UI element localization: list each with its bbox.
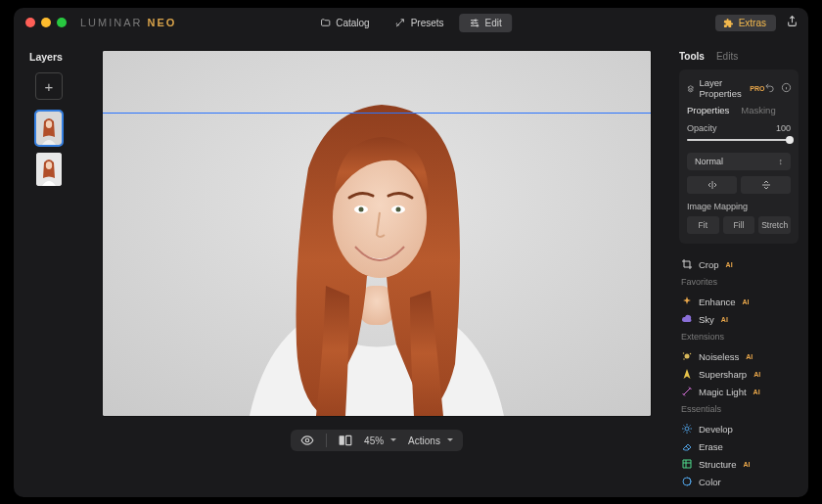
layers-icon xyxy=(687,83,694,94)
undo-icon xyxy=(764,82,775,93)
flip-v-icon xyxy=(761,179,771,191)
cloud-icon xyxy=(681,313,693,325)
svg-point-5 xyxy=(46,120,52,128)
app-window: LUMINAR NEO Catalog Presets Edit Extras xyxy=(14,8,808,497)
share-button[interactable] xyxy=(786,14,799,31)
visibility-toggle[interactable] xyxy=(300,434,314,447)
svg-point-15 xyxy=(396,207,401,212)
tab-edits[interactable]: Edits xyxy=(716,51,738,62)
structure-icon xyxy=(681,458,693,470)
eye-icon xyxy=(300,434,314,447)
divider xyxy=(326,434,327,447)
svg-point-20 xyxy=(685,354,690,359)
canvas-toolbar: 45% Actions xyxy=(291,430,463,451)
presets-tab[interactable]: Presets xyxy=(386,14,454,32)
close-window-button[interactable] xyxy=(25,18,35,27)
opacity-label: Opacity xyxy=(687,123,717,133)
tool-magic-light[interactable]: Magic LightAI xyxy=(679,383,799,400)
flip-horizontal-button[interactable] xyxy=(687,176,737,194)
svg-point-0 xyxy=(476,19,478,21)
layer-subtabs: Properties Masking xyxy=(687,105,791,115)
erase-icon xyxy=(681,440,693,452)
flip-vertical-button[interactable] xyxy=(741,176,791,194)
svg-point-1 xyxy=(473,22,475,23)
center-area: 45% Actions xyxy=(84,37,669,497)
color-icon xyxy=(681,476,693,487)
tools-panel: Tools Edits Layer Properties PRO xyxy=(669,37,808,497)
svg-point-23 xyxy=(683,358,685,360)
reset-button[interactable] xyxy=(764,82,775,95)
tool-noiseless[interactable]: NoiselessAI xyxy=(679,347,799,365)
extras-button[interactable]: Extras xyxy=(715,15,776,31)
wand-icon xyxy=(395,18,406,28)
presets-tab-label: Presets xyxy=(411,18,444,28)
tab-tools[interactable]: Tools xyxy=(679,51,705,62)
catalog-tab-label: Catalog xyxy=(336,18,369,28)
subtab-properties[interactable]: Properties xyxy=(687,105,729,115)
add-layer-button[interactable]: + xyxy=(35,72,63,100)
svg-point-8 xyxy=(46,161,52,169)
layers-heading: Layers xyxy=(29,51,63,63)
puzzle-icon xyxy=(723,18,734,28)
tool-erase[interactable]: Erase xyxy=(679,437,799,455)
svg-point-13 xyxy=(359,207,364,212)
supersharp-icon xyxy=(681,368,693,380)
right-panel-tabs: Tools Edits xyxy=(679,51,799,62)
blend-mode-value: Normal xyxy=(695,157,723,166)
layers-panel: Layers + xyxy=(14,37,84,497)
actions-label: Actions xyxy=(408,435,440,446)
svg-point-16 xyxy=(305,438,309,442)
flip-h-icon xyxy=(707,180,718,190)
zoom-value: 45% xyxy=(364,435,384,446)
opacity-value: 100 xyxy=(776,123,791,133)
image-canvas[interactable] xyxy=(103,51,651,416)
tool-develop[interactable]: Develop xyxy=(679,420,799,437)
develop-icon xyxy=(681,423,693,435)
layer-thumb-1[interactable] xyxy=(36,112,62,145)
horizontal-guide[interactable] xyxy=(103,113,651,114)
blend-mode-select[interactable]: Normal xyxy=(687,153,791,170)
info-icon xyxy=(781,82,792,93)
svg-point-24 xyxy=(685,427,689,431)
layer-properties-panel: Layer Properties PRO Properties Masking … xyxy=(679,69,799,244)
minimize-window-button[interactable] xyxy=(41,18,51,27)
titlebar: LUMINAR NEO Catalog Presets Edit Extras xyxy=(14,8,808,37)
share-icon xyxy=(786,15,799,27)
noiseless-icon xyxy=(681,350,693,362)
section-favorites: Favorites xyxy=(681,277,799,287)
sparkle-icon xyxy=(681,296,693,307)
layer-thumb-2[interactable] xyxy=(36,153,62,186)
edit-tab[interactable]: Edit xyxy=(460,14,512,32)
edit-tab-label: Edit xyxy=(485,18,502,28)
folder-icon xyxy=(320,18,331,28)
compare-toggle[interactable] xyxy=(339,435,352,446)
subtab-masking[interactable]: Masking xyxy=(741,105,775,115)
tool-color[interactable]: Color xyxy=(679,473,799,490)
info-button[interactable] xyxy=(781,82,792,95)
panel-title: Layer Properties PRO xyxy=(687,77,764,99)
tool-crop[interactable]: CropAI xyxy=(679,255,799,273)
magic-light-icon xyxy=(681,386,693,397)
mapping-fill-button[interactable]: Fill xyxy=(723,216,755,234)
tool-supersharp[interactable]: SupersharpAI xyxy=(679,365,799,383)
zoom-select[interactable]: 45% xyxy=(364,435,396,446)
mapping-stretch-button[interactable]: Stretch xyxy=(758,216,791,234)
opacity-slider[interactable] xyxy=(687,135,791,145)
svg-point-2 xyxy=(477,24,479,26)
actions-menu[interactable]: Actions xyxy=(408,435,453,446)
tool-enhance[interactable]: EnhanceAI xyxy=(679,293,799,310)
catalog-tab[interactable]: Catalog xyxy=(310,14,379,32)
top-mode-switch: Catalog Presets Edit xyxy=(310,14,512,32)
sliders-icon xyxy=(470,18,480,28)
maximize-window-button[interactable] xyxy=(57,18,67,27)
tool-sky[interactable]: SkyAI xyxy=(679,310,799,328)
svg-rect-18 xyxy=(346,435,351,444)
extras-label: Extras xyxy=(739,18,766,28)
svg-rect-17 xyxy=(340,435,344,444)
svg-point-22 xyxy=(690,353,692,355)
section-essentials: Essentials xyxy=(681,404,799,414)
compare-icon xyxy=(339,435,352,446)
pro-badge: PRO xyxy=(750,85,764,92)
tool-structure[interactable]: StructureAI xyxy=(679,455,799,473)
mapping-fit-button[interactable]: Fit xyxy=(687,216,719,234)
